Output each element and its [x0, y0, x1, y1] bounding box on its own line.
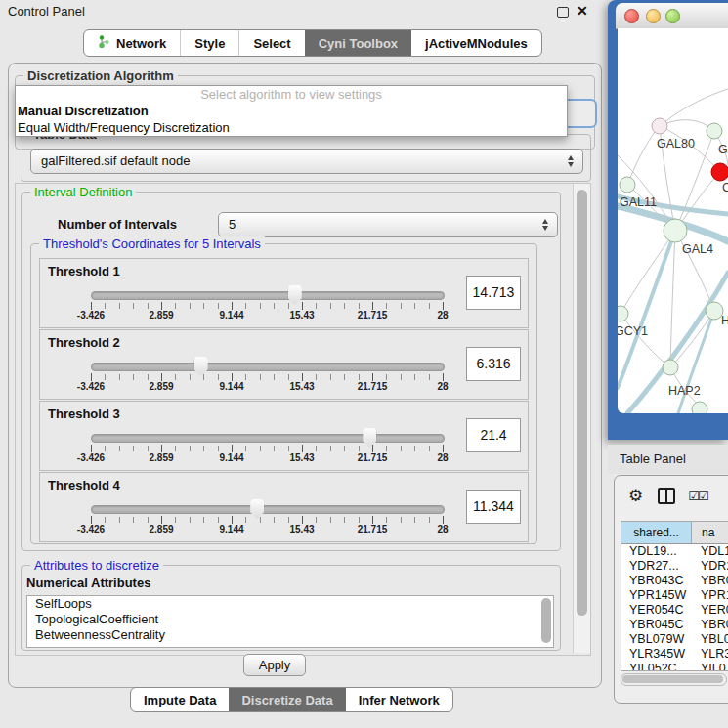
threshold-4-slider[interactable]	[91, 505, 445, 514]
screen: Control Panel ✕ Network Style Select Cyn…	[0, 0, 728, 728]
settings-scrollbar-track[interactable]	[573, 184, 590, 653]
cell-name[interactable]: YPR1	[691, 588, 728, 603]
tick-label: 9.144	[219, 524, 243, 535]
table-row[interactable]: YDL19...YDL1	[621, 544, 728, 559]
node-label-hap2: HAP2	[668, 384, 701, 398]
settings-scrollbar-thumb[interactable]	[577, 190, 587, 616]
tick-label: 2.859	[149, 310, 173, 321]
slider-thumb[interactable]	[288, 285, 302, 305]
threshold-2-value-field[interactable]: 6.316	[466, 347, 521, 381]
tick-label: 28	[437, 381, 448, 392]
cell-name[interactable]: YBR0	[691, 618, 728, 632]
node-bottom-partial	[692, 402, 707, 413]
cell-name[interactable]: YDR2	[691, 559, 728, 574]
table-row[interactable]: YLR345WYLR3	[621, 647, 728, 662]
table-row[interactable]: YBL079WYBL0	[621, 632, 728, 647]
threshold-4-label: Threshold 4	[48, 478, 120, 492]
attribute-list-item[interactable]: TopologicalCoefficient	[27, 612, 553, 627]
node-gal80	[652, 118, 667, 134]
close-traffic-light[interactable]	[624, 9, 639, 23]
threshold-2-label: Threshold 2	[48, 335, 120, 350]
tab-style[interactable]: Style	[180, 30, 238, 56]
major-tick	[91, 445, 92, 452]
cell-shared-name[interactable]: YBR043C	[621, 574, 691, 588]
tab-select[interactable]: Select	[238, 30, 304, 56]
slider-thumb[interactable]	[194, 357, 208, 376]
major-tick	[161, 373, 162, 381]
cell-name[interactable]: YBL0	[691, 632, 728, 647]
node-hap2	[663, 360, 678, 375]
tab-network[interactable]: Network	[84, 30, 180, 56]
attribute-list-item[interactable]: BetweennessCentrality	[27, 627, 553, 643]
apply-button[interactable]: Apply	[243, 654, 306, 676]
threshold-4-value-field[interactable]: 11.344	[466, 490, 521, 524]
float-window-icon[interactable]	[557, 7, 569, 18]
threshold-3-value-field[interactable]: 21.4	[466, 418, 521, 452]
tab-impute-data[interactable]: Impute Data	[131, 688, 229, 711]
zoom-traffic-light[interactable]	[665, 9, 680, 23]
slider-thumb[interactable]	[363, 428, 376, 448]
table-row[interactable]: YIL052CYIL0	[621, 662, 728, 671]
close-icon[interactable]: ✕	[577, 3, 588, 19]
dropdown-option-equal-width[interactable]: Equal Width/Frequency Discretization	[16, 119, 567, 136]
threshold-1-slider[interactable]	[91, 291, 445, 300]
interval-definition-title: Interval Definition	[30, 185, 136, 199]
cell-name[interactable]: YLR3	[691, 647, 728, 662]
table-row[interactable]: YBR043CYBR0	[621, 574, 728, 588]
tab-cyni-toolbox[interactable]: Cyni Toolbox	[305, 30, 411, 56]
slider-thumb[interactable]	[250, 499, 264, 519]
cell-shared-name[interactable]: YBL079W	[621, 632, 691, 647]
table-hscrollbar[interactable]	[621, 673, 727, 686]
tab-jactivemnodules[interactable]: jActiveMNodules	[411, 30, 541, 56]
gear-icon[interactable]: ⚙	[628, 486, 643, 506]
dropdown-option-manual[interactable]: Manual Discretization	[16, 103, 567, 119]
cell-shared-name[interactable]: YBR045C	[621, 618, 691, 632]
tab-infer-network[interactable]: Infer Network	[346, 688, 452, 711]
column-header-shared-name[interactable]: shared...	[621, 522, 692, 543]
column-header-name[interactable]: na	[692, 522, 728, 543]
network-canvas[interactable]: GAL80 GA C GAL11 GAL4 GCY1 H HAP2	[618, 28, 728, 413]
threshold-1-value-field[interactable]: 14.713	[466, 276, 521, 310]
numerical-attributes-list[interactable]: SelfLoopsTopologicalCoefficientBetweenne…	[26, 595, 554, 648]
cell-shared-name[interactable]: YLR345W	[621, 647, 691, 662]
number-of-intervals-spinner[interactable]: 5	[218, 212, 558, 237]
threshold-3-slider[interactable]	[91, 434, 445, 443]
tick-label: -3.426	[77, 524, 105, 535]
attributes-group: Attributes to discretize Numerical Attri…	[21, 565, 561, 651]
tab-discretize-data[interactable]: Discretize Data	[229, 688, 345, 711]
cell-shared-name[interactable]: YIL052C	[621, 662, 691, 671]
table-row[interactable]: YER054CYER0	[621, 603, 728, 618]
tick-label: 15.43	[289, 310, 314, 321]
major-tick	[302, 373, 303, 381]
minimize-traffic-light[interactable]	[646, 9, 661, 23]
cell-shared-name[interactable]: YER054C	[621, 603, 691, 618]
select-columns-icon[interactable]: ☑☑	[688, 489, 707, 503]
table-header: shared... na	[621, 522, 728, 544]
numerical-attributes-label: Numerical Attributes	[26, 576, 150, 590]
table-row[interactable]: YDR27...YDR2	[621, 559, 728, 574]
attributes-group-title: Attributes to discretize	[30, 558, 163, 573]
list-scrollbar-thumb[interactable]	[541, 598, 551, 643]
major-tick	[232, 445, 233, 452]
attribute-list-item[interactable]: SelfLoops	[27, 596, 553, 612]
cell-shared-name[interactable]: YDR27...	[621, 559, 691, 574]
major-tick	[161, 302, 162, 310]
split-columns-icon[interactable]	[658, 488, 675, 504]
table-row[interactable]: YPR145WYPR1	[621, 588, 728, 603]
cell-shared-name[interactable]: YDL19...	[621, 544, 691, 559]
cell-name[interactable]: YDL1	[691, 544, 728, 559]
cell-name[interactable]: YBR0	[691, 574, 728, 588]
table-row[interactable]: YBR045CYBR0	[621, 618, 728, 632]
threshold-2-slider[interactable]	[91, 363, 445, 371]
cell-shared-name[interactable]: YPR145W	[621, 588, 691, 603]
cell-name[interactable]: YER0	[691, 603, 728, 618]
dropdown-prompt-item[interactable]: Select algorithm to view settings	[16, 86, 567, 103]
cell-name[interactable]: YIL0	[691, 662, 728, 671]
slider-ticks	[91, 446, 443, 451]
node-gcy1	[618, 306, 628, 321]
major-tick	[232, 373, 233, 381]
table-hscrollbar-thumb[interactable]	[622, 675, 723, 683]
tick-label: 2.859	[149, 452, 173, 463]
slider-ticks	[91, 517, 443, 523]
table-data-combobox[interactable]: galFiltered.sif default node	[30, 149, 583, 174]
